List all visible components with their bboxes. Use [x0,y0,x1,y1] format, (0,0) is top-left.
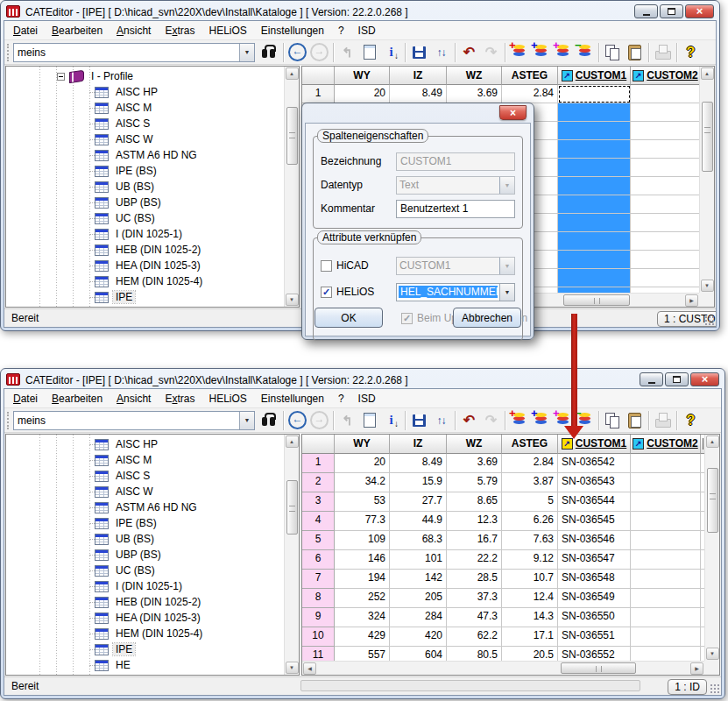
catalog-up-icon[interactable] [337,410,357,430]
table-cell[interactable]: 28.5 [447,570,502,589]
table-vertical-scrollbar[interactable]: ▲ ▼ [699,67,714,293]
table-cell[interactable]: SN-036547 [558,550,631,570]
db-add-red-icon[interactable] [509,42,529,62]
tree-item-i-din-1025-1[interactable]: I (DIN 1025-1) [6,578,299,594]
column-header-wy[interactable]: WY [335,435,390,454]
tree-item-aisc-s[interactable]: AISC S [6,116,299,131]
table-cell[interactable]: SN-036542 [558,454,631,473]
tree-item-aisc-hp[interactable]: AISC HP [6,84,299,100]
table-cell[interactable]: 3.87 [502,473,558,492]
table-cell[interactable] [631,85,699,103]
table-cell[interactable] [631,103,699,122]
table-cell[interactable]: 5.79 [447,473,502,492]
find-icon[interactable] [259,410,279,430]
tree-item-astm-a6-hd-ng[interactable]: ASTM A6 HD NG [6,499,299,515]
combo-dropdown-button[interactable]: ▼ [499,284,514,301]
table-cell[interactable]: 62.2 [447,627,502,647]
column-header-custom2[interactable]: ↗CUSTOM2 [631,67,699,85]
tree-item-hea-din-1025-3[interactable]: HEA (DIN 1025-3) [6,258,299,273]
tree-item-ipe-bs[interactable]: IPE (BS) [6,163,299,179]
ok-button[interactable]: OK [315,308,383,328]
row-header-cell[interactable]: 1 [302,454,335,473]
table-cell[interactable]: 3.69 [447,454,502,473]
helios-attribute-combo[interactable]: HEL_SACHNUMMER ▼ [396,283,515,301]
table-cell[interactable]: 47.3 [447,608,502,627]
tree-item-ub-bs[interactable]: UB (BS) [6,179,299,195]
table-cell[interactable]: SN-036544 [558,492,631,512]
table-cell[interactable] [631,473,701,492]
nav-forward-icon[interactable] [309,410,329,430]
table-cell[interactable] [558,122,631,140]
table-cell[interactable] [631,492,701,512]
table-cell[interactable]: 6.26 [502,512,558,531]
tree-item-astm-a6-hd-ng[interactable]: ASTM A6 HD NG [6,147,299,163]
table-cell[interactable] [631,550,701,570]
new-doc-icon[interactable] [359,42,379,62]
db-add-blue-icon[interactable] [531,410,551,430]
save-icon[interactable] [409,42,429,62]
column-header-custom2[interactable]: ↗CUSTOM2 [631,435,701,454]
table-cell[interactable]: SN-036546 [558,531,631,550]
redo-icon[interactable] [481,42,501,62]
row-header-cell[interactable]: 7 [302,570,335,589]
undo-icon[interactable] [459,410,479,430]
table-cell[interactable]: 8.49 [390,454,447,473]
sort-icon[interactable] [431,42,451,62]
titlebar[interactable]: CATEditor - [IPE] [ D:\hicad_svn\220X\de… [3,371,723,388]
find-icon[interactable] [259,42,279,62]
row-header-cell[interactable]: 4 [302,512,335,531]
table-cell[interactable]: 68.3 [390,531,447,550]
table-cell[interactable]: 429 [335,627,390,647]
table-cell[interactable]: 10.7 [502,570,558,589]
table-horizontal-scrollbar[interactable]: ◀ ▶ [302,661,704,675]
table-cell[interactable]: 2.84 [502,85,558,103]
table-cell[interactable]: 37.3 [447,589,502,608]
help-icon[interactable] [681,42,701,62]
table-cell[interactable]: SN-036552 [558,647,631,661]
table-cell[interactable] [631,531,701,550]
tree-item-ubp-bs[interactable]: UBP (BS) [6,547,299,563]
menu-datei[interactable]: Datei [6,22,45,39]
tree-item-i-profile[interactable]: I - Profile [6,68,299,84]
copy-icon[interactable] [603,42,623,62]
table-cell[interactable]: SN-036548 [558,570,631,589]
close-button[interactable]: × [690,372,719,386]
nav-back-icon[interactable] [287,42,307,62]
menu-helios[interactable]: HELiOS [202,22,254,39]
table-cell[interactable]: 7.63 [502,531,558,550]
scroll-down-icon[interactable]: ▼ [701,280,714,292]
tree-item-heb-din-1025-2[interactable]: HEB (DIN 1025-2) [6,594,299,610]
menu-extras[interactable]: Extras [158,22,201,39]
table-cell[interactable] [558,232,631,251]
copy-icon[interactable] [603,410,623,430]
table-cell[interactable] [631,122,699,140]
table-cell[interactable]: 20 [335,85,390,103]
table-cell[interactable]: 109 [335,531,390,550]
scroll-thumb[interactable] [707,468,718,533]
tree-item-uc-bs[interactable]: UC (BS) [6,563,299,578]
table-cell[interactable]: 8.65 [447,492,502,512]
table-cell[interactable]: 8.49 [390,85,447,103]
row-header-cell[interactable]: 3 [302,492,335,512]
tree-item-i-din-1025-1[interactable]: I (DIN 1025-1) [6,226,299,242]
toolbar-grip[interactable] [7,412,11,429]
minimize-button[interactable] [640,372,663,386]
table-cell[interactable] [631,159,699,177]
column-header-wz[interactable]: WZ [447,67,502,85]
tree-item-ipe-bs[interactable]: IPE (BS) [6,515,299,531]
combo-dropdown-button[interactable]: ▼ [239,412,254,429]
minimize-button[interactable] [634,4,658,18]
tree-item-uc-bs[interactable]: UC (BS) [6,210,299,226]
paste-icon[interactable] [625,410,645,430]
table-cell[interactable] [631,232,699,251]
table-cell[interactable] [558,195,631,214]
table-cell[interactable] [631,195,699,214]
table-cell[interactable]: 324 [335,608,390,627]
menu-isd[interactable]: ISD [351,22,383,39]
scroll-left-icon[interactable]: ◀ [303,662,316,675]
tree-item-hea-din-1025-3[interactable]: HEA (DIN 1025-3) [6,610,299,626]
new-doc-icon[interactable] [359,410,379,430]
table-cell[interactable]: 5 [502,492,558,512]
tree-item-aisc-s[interactable]: AISC S [6,468,299,484]
table-cell[interactable]: 9.12 [502,550,558,570]
